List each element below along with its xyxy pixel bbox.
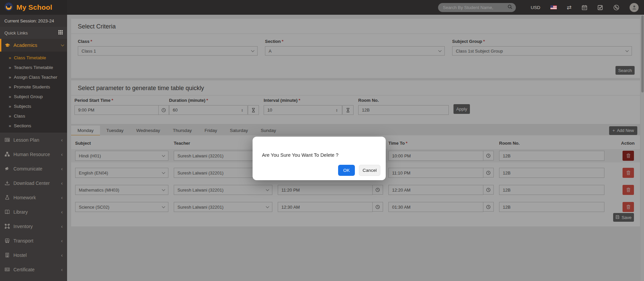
chevron-left-icon: ‹ xyxy=(61,209,63,215)
sidebar-item-download-center[interactable]: Download Center ‹ xyxy=(0,176,67,190)
graduation-cap-icon xyxy=(5,43,10,48)
switch-session-icon[interactable]: ⇄ xyxy=(567,4,572,11)
sidebar-item-human-resource[interactable]: Human Resource ‹ xyxy=(0,147,67,161)
tasks-icon[interactable] xyxy=(597,5,603,10)
sidebar-item-library[interactable]: Library ‹ xyxy=(0,205,67,219)
box-icon xyxy=(4,224,10,229)
download-icon xyxy=(4,181,10,186)
academics-submenu: » Class Timetable » Teachers Timetable »… xyxy=(0,52,67,133)
delete-confirm-dialog: Are You Sure You Want To Delete ? OK Can… xyxy=(253,137,386,180)
chevron-down-icon xyxy=(61,43,64,46)
language-flag-icon[interactable] xyxy=(550,5,557,9)
sidebar-subitem-promote-students[interactable]: » Promote Students xyxy=(0,82,67,92)
sidebar-item-homework[interactable]: Homework ‹ xyxy=(0,190,67,205)
ok-button[interactable]: OK xyxy=(338,165,355,176)
building-icon xyxy=(4,253,10,258)
search-icon[interactable] xyxy=(507,4,513,11)
sidebar: Current Session: 2023-24 Quick Links Aca… xyxy=(0,15,67,281)
sidebar-subitem-class[interactable]: » Class xyxy=(0,111,67,121)
sidebar-subitem-class-timetable[interactable]: » Class Timetable xyxy=(0,53,67,63)
sidebar-subitem-subjects[interactable]: » Subjects xyxy=(0,101,67,111)
sidebar-item-partial[interactable] xyxy=(0,277,67,281)
chevron-left-icon: ‹ xyxy=(61,238,63,243)
double-chevron-icon: » xyxy=(9,123,11,128)
double-chevron-icon: » xyxy=(9,84,11,89)
chevron-left-icon: ‹ xyxy=(61,267,63,272)
chevron-left-icon: ‹ xyxy=(61,166,63,171)
sidebar-item-communicate[interactable]: Communicate ‹ xyxy=(0,161,67,176)
brand[interactable]: My School xyxy=(0,0,67,15)
id-card-icon xyxy=(4,267,10,272)
user-avatar[interactable] xyxy=(630,3,639,12)
dialog-message: Are You Sure You Want To Delete ? xyxy=(262,152,338,158)
double-chevron-icon: » xyxy=(9,55,11,60)
sidebar-subitem-teachers-timetable[interactable]: » Teachers Timetable xyxy=(0,63,67,72)
sidebar-item-transport[interactable]: Transport ‹ xyxy=(0,233,67,248)
chevron-left-icon: ‹ xyxy=(61,151,63,157)
whatsapp-icon[interactable] xyxy=(613,4,620,11)
sidebar-item-lesson-plan[interactable]: Lesson Plan ‹ xyxy=(0,133,67,147)
double-chevron-icon: » xyxy=(9,65,11,70)
chevron-left-icon: ‹ xyxy=(61,137,63,143)
school-logo-icon xyxy=(4,2,13,13)
chevron-left-icon: ‹ xyxy=(61,195,63,200)
currency-label[interactable]: USD xyxy=(531,5,540,10)
top-header: My School USD ⇄ xyxy=(0,0,644,15)
lesson-plan-icon xyxy=(4,137,10,142)
sidebar-item-inventory[interactable]: Inventory ‹ xyxy=(0,219,67,233)
sidebar-item-hostel[interactable]: Hostel ‹ xyxy=(0,248,67,262)
double-chevron-icon: » xyxy=(9,104,11,109)
sidebar-item-label: Academics xyxy=(13,43,37,48)
double-chevron-icon: » xyxy=(9,75,11,80)
quick-links[interactable]: Quick Links xyxy=(0,27,67,39)
header-search[interactable] xyxy=(438,3,516,12)
sidebar-subitem-subject-group[interactable]: » Subject Group xyxy=(0,92,67,101)
sitemap-icon xyxy=(4,152,10,157)
chevron-left-icon: ‹ xyxy=(61,180,63,186)
bus-icon xyxy=(4,238,10,243)
sidebar-item-certificate[interactable]: Certificate ‹ xyxy=(0,262,67,277)
app-title: My School xyxy=(16,3,52,11)
chevron-left-icon: ‹ xyxy=(61,252,63,258)
sidebar-item-academics[interactable]: Academics xyxy=(0,39,67,52)
cancel-button[interactable]: Cancel xyxy=(359,165,380,176)
search-input[interactable] xyxy=(443,5,507,10)
current-session: Current Session: 2023-24 xyxy=(0,15,67,27)
grid-icon[interactable] xyxy=(58,30,63,36)
book-icon xyxy=(4,209,10,214)
double-chevron-icon: » xyxy=(9,94,11,99)
sidebar-subitem-assign-class-teacher[interactable]: » Assign Class Teacher xyxy=(0,72,67,82)
bullhorn-icon xyxy=(4,166,10,171)
double-chevron-icon: » xyxy=(9,114,11,119)
chevron-left-icon: ‹ xyxy=(61,223,63,229)
sidebar-subitem-sections[interactable]: » Sections xyxy=(0,121,67,131)
calendar-icon[interactable] xyxy=(582,5,587,10)
flask-icon xyxy=(4,195,10,200)
